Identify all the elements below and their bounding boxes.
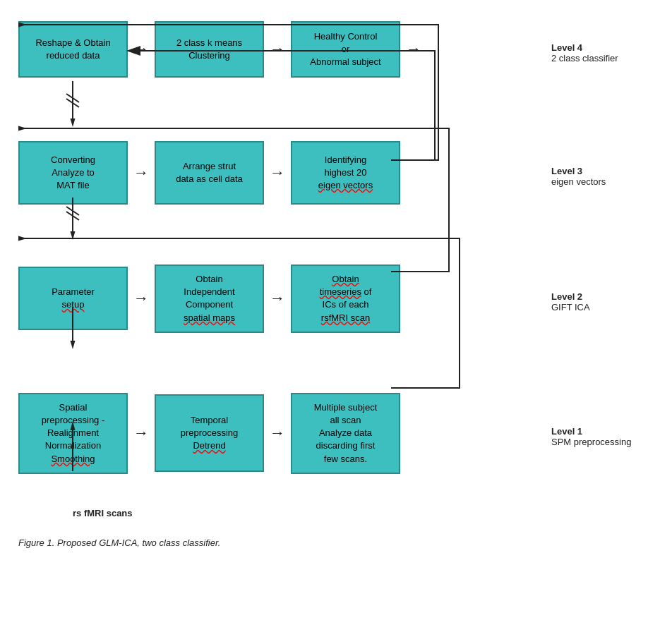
level2-label-text: Level 2GIFT ICA: [551, 291, 590, 312]
level3-box3-text: Identifyinghighest 20eigen vectors: [318, 154, 373, 193]
level2-arrow1: [128, 289, 155, 308]
level1-boxes: Spatialpreprocessing -RealignmentNormali…: [18, 386, 541, 488]
level2-box2: ObtainIndependentComponentspatial maps: [155, 265, 264, 333]
level1-box2-text: TemporalpreprocessingDetrend: [181, 414, 239, 453]
level4-label-text: Level 42 class classifier: [551, 42, 618, 63]
rsfmri-section: rs fMRI scans: [18, 488, 654, 527]
level4-boxes: Reshape & Obtain reduced data 2 class k …: [18, 14, 541, 92]
level1-box3-text: Multiple subjectall scanAnalyze datadisc…: [314, 401, 378, 466]
level2-box2-text: ObtainIndependentComponentspatial maps: [184, 273, 235, 324]
main-wrapper: Reshape & Obtain reduced data 2 class k …: [18, 14, 654, 548]
level1-box1: Spatialpreprocessing -RealignmentNormali…: [18, 393, 128, 474]
level4-arrow2: [264, 40, 291, 59]
rsfmri-label: rs fMRI scans: [73, 508, 133, 518]
level3-boxes: ConvertingAnalyze toMAT file Arrange str…: [18, 134, 541, 219]
level2-box1-text: Parametersetup: [52, 286, 95, 311]
level2-label: Level 2GIFT ICA: [541, 257, 654, 347]
level4-box2: 2 class k meansClustering: [155, 21, 264, 78]
level3-arrow2: [264, 164, 291, 182]
level2-box3-text: Obtaintimeseries ofICs of eachrsfMRI sca…: [320, 273, 372, 324]
level3-box2: Arrange strutdata as cell data: [155, 141, 264, 205]
level2-boxes: Parametersetup ObtainIndependentComponen…: [18, 257, 541, 347]
level1-box2: TemporalpreprocessingDetrend: [155, 394, 264, 472]
level4-arrow1: [128, 40, 155, 59]
level1-arrow1: [128, 424, 155, 442]
level3-box2-text: Arrange strutdata as cell data: [176, 160, 243, 186]
level3-arrow1: [128, 164, 155, 182]
level3-box3: Identifyinghighest 20eigen vectors: [291, 141, 400, 205]
level4-box1: Reshape & Obtain reduced data: [18, 21, 128, 78]
level3-label-text: Level 3eigen vectors: [551, 166, 606, 187]
level4-row: Reshape & Obtain reduced data 2 class k …: [18, 14, 654, 92]
level4-box3-text: Healthy ControlorAbnormal subject: [310, 30, 380, 69]
level3-row: ConvertingAnalyze toMAT file Arrange str…: [18, 134, 654, 219]
level1-arrow2: [264, 424, 291, 442]
level4-arrow3: [400, 40, 427, 59]
level2-box1: Parametersetup: [18, 267, 128, 330]
level4-box1-text: Reshape & Obtain reduced data: [28, 37, 118, 62]
level2-row: Parametersetup ObtainIndependentComponen…: [18, 257, 654, 347]
level2-arrow2: [264, 289, 291, 308]
level3-box1: ConvertingAnalyze toMAT file: [18, 141, 128, 205]
level3-label: Level 3eigen vectors: [541, 134, 654, 219]
gap-12: [18, 347, 654, 386]
level1-label: Level 1SPM preprocessing: [541, 386, 654, 488]
level4-label: Level 42 class classifier: [541, 14, 654, 92]
level1-row: Spatialpreprocessing -RealignmentNormali…: [18, 386, 654, 488]
level1-label-text: Level 1SPM preprocessing: [551, 426, 631, 447]
level4-box2-text: 2 class k meansClustering: [176, 37, 242, 62]
level1-box1-text: Spatialpreprocessing -RealignmentNormali…: [42, 401, 105, 466]
gap-34: [18, 92, 654, 134]
gap-23: [18, 219, 654, 257]
level3-box1-text: ConvertingAnalyze toMAT file: [51, 154, 95, 193]
level1-box3: Multiple subjectall scanAnalyze datadisc…: [291, 393, 400, 474]
figure-caption: Figure 1. Proposed GLM-ICA, two class cl…: [18, 537, 654, 548]
level4-box3: Healthy ControlorAbnormal subject: [291, 21, 400, 78]
level2-box3: Obtaintimeseries ofICs of eachrsfMRI sca…: [291, 265, 400, 333]
diagram-container: Reshape & Obtain reduced data 2 class k …: [18, 14, 654, 548]
